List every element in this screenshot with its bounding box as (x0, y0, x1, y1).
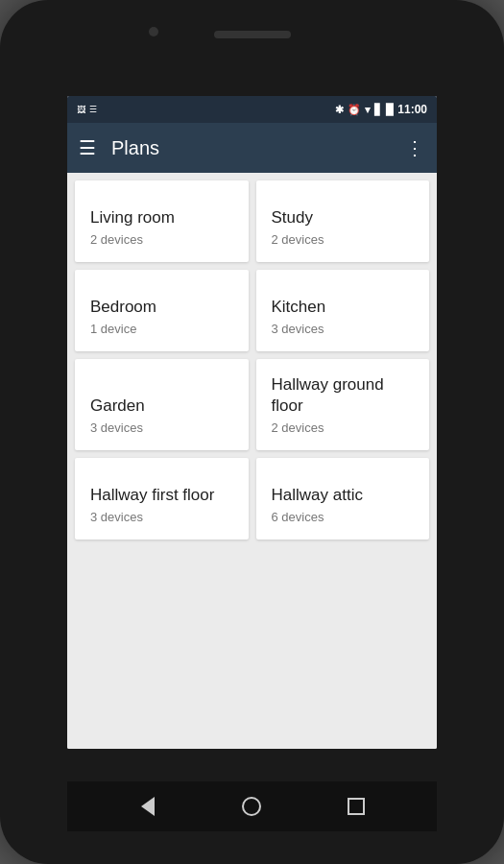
signal-icon: ▋ (374, 104, 382, 116)
toolbar: ☰ Plans ⋮ (67, 123, 437, 173)
overflow-menu-icon[interactable]: ⋮ (405, 136, 425, 159)
card-bedroom[interactable]: Bedroom1 device (75, 270, 249, 351)
card-subtitle-garden: 3 devices (90, 420, 233, 435)
nav-bar (67, 781, 437, 831)
card-kitchen[interactable]: Kitchen3 devices (256, 270, 430, 351)
card-subtitle-hallway-attic: 6 devices (272, 510, 415, 524)
alarm-icon: ⏰ (348, 104, 361, 116)
back-icon (141, 797, 155, 816)
menu-icon[interactable]: ☰ (79, 138, 96, 157)
notification-icon: 🖼 (77, 105, 85, 114)
card-subtitle-living-room: 2 devices (90, 232, 233, 247)
notification-icon-2: ☰ (89, 105, 97, 114)
status-left-icons: 🖼 ☰ (77, 105, 97, 114)
card-title-hallway-attic: Hallway attic (272, 485, 415, 506)
card-title-garden: Garden (90, 396, 233, 417)
status-bar: 🖼 ☰ ✱ ⏰ ▾ ▋ ▉ 11:00 (67, 96, 437, 123)
content-area: Living room2 devicesStudy2 devicesBedroo… (67, 173, 437, 749)
card-hallway-ground-floor[interactable]: Hallway ground floor2 devices (256, 359, 430, 450)
card-subtitle-hallway-first-floor: 3 devices (90, 510, 233, 524)
card-title-bedroom: Bedroom (90, 297, 233, 318)
card-living-room[interactable]: Living room2 devices (75, 180, 249, 262)
card-title-study: Study (272, 207, 415, 228)
card-title-hallway-first-floor: Hallway first floor (90, 485, 233, 506)
home-icon (242, 797, 261, 816)
status-right-icons: ✱ ⏰ ▾ ▋ ▉ 11:00 (335, 103, 427, 116)
card-hallway-attic[interactable]: Hallway attic6 devices (256, 458, 430, 540)
recents-button[interactable] (339, 789, 373, 824)
phone-frame: 🖼 ☰ ✱ ⏰ ▾ ▋ ▉ 11:00 ☰ Plans ⋮ Living roo… (0, 0, 504, 864)
card-hallway-first-floor[interactable]: Hallway first floor3 devices (75, 458, 249, 540)
card-garden[interactable]: Garden3 devices (75, 359, 249, 450)
bottom-bezel (0, 749, 504, 864)
phone-screen: 🖼 ☰ ✱ ⏰ ▾ ▋ ▉ 11:00 ☰ Plans ⋮ Living roo… (67, 96, 437, 749)
card-subtitle-kitchen: 3 devices (272, 322, 415, 336)
top-bezel (0, 0, 504, 96)
plans-grid: Living room2 devicesStudy2 devicesBedroo… (75, 180, 429, 540)
battery-icon: ▉ (386, 104, 394, 116)
wifi-icon: ▾ (365, 104, 371, 116)
back-button[interactable] (131, 789, 165, 824)
card-title-living-room: Living room (90, 207, 233, 228)
card-subtitle-study: 2 devices (272, 232, 415, 247)
toolbar-title: Plans (111, 137, 405, 159)
card-subtitle-bedroom: 1 device (90, 322, 233, 336)
card-title-hallway-ground-floor: Hallway ground floor (272, 374, 415, 417)
front-camera (149, 27, 158, 36)
clock: 11:00 (397, 103, 427, 116)
bluetooth-icon: ✱ (335, 104, 344, 116)
card-study[interactable]: Study2 devices (256, 180, 430, 262)
card-subtitle-hallway-ground-floor: 2 devices (272, 420, 415, 435)
card-title-kitchen: Kitchen (272, 297, 415, 318)
home-button[interactable] (234, 789, 269, 824)
recents-icon (348, 798, 365, 815)
speaker (214, 31, 291, 38)
